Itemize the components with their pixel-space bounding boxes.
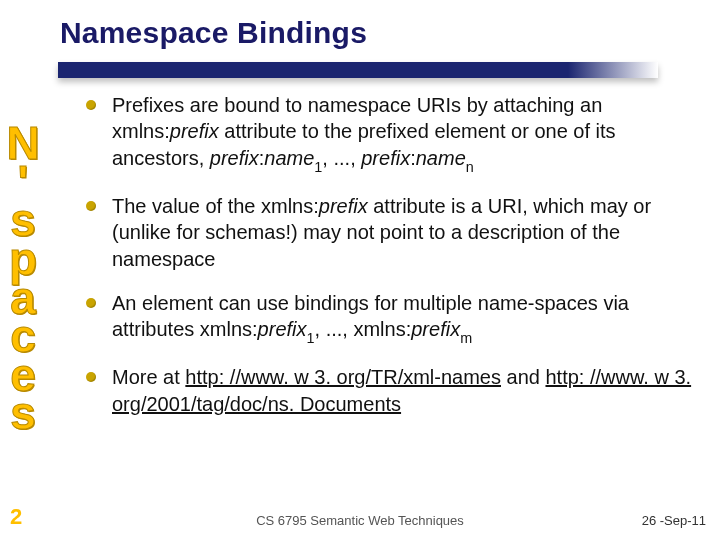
text: , ..., xmlns: (315, 318, 412, 340)
bullet-item: More at http: //www. w 3. org/TR/xml-nam… (84, 364, 694, 417)
italic-text: name (264, 147, 314, 169)
italic-text: prefix (170, 120, 219, 142)
footer-course: CS 6795 Semantic Web Techniques (256, 513, 464, 528)
link-text[interactable]: http: //www. w 3. org/TR/xml-names (185, 366, 501, 388)
italic-text: prefix (319, 195, 368, 217)
italic-text: name (416, 147, 466, 169)
subscript: m (460, 330, 472, 346)
italic-text: prefix (361, 147, 410, 169)
italic-text: prefix (411, 318, 460, 340)
text: , ..., (322, 147, 361, 169)
slide-number: 2 (10, 504, 22, 530)
text: More at (112, 366, 185, 388)
italic-text: prefix (258, 318, 307, 340)
bullet-item: Prefixes are bound to namespace URIs by … (84, 92, 694, 175)
footer-date: 26 -Sep-11 (642, 513, 706, 528)
title-underline (58, 62, 658, 78)
bullet-list: Prefixes are bound to namespace URIs by … (84, 92, 694, 417)
bullet-item: An element can use bindings for multiple… (84, 290, 694, 346)
content-area: Prefixes are bound to namespace URIs by … (84, 92, 694, 435)
subscript: 1 (314, 159, 322, 175)
subscript: 1 (307, 330, 315, 346)
title-wrap: Namespace Bindings (0, 0, 720, 56)
subscript: n (466, 159, 474, 175)
italic-text: prefix (210, 147, 259, 169)
side-label: N'spaces (0, 124, 52, 433)
slide-title: Namespace Bindings (60, 16, 720, 50)
bullet-item: The value of the xmlns:prefix attribute … (84, 193, 694, 272)
text: The value of the xmlns: (112, 195, 319, 217)
slide: Namespace Bindings N'spaces Prefixes are… (0, 0, 720, 540)
text: and (501, 366, 545, 388)
